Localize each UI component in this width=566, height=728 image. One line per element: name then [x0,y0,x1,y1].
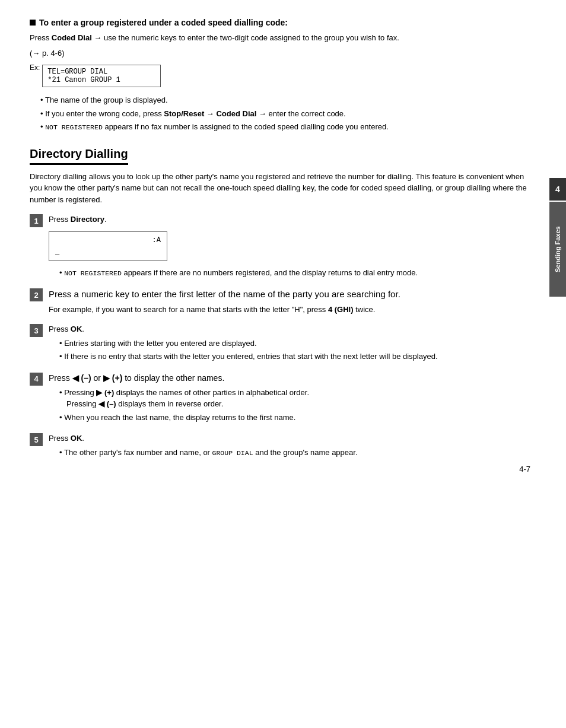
step-number-2: 2 [30,288,43,301]
page-number: 4-7 [519,465,530,473]
bullet-item: NOT REGISTERED appears if there are no n… [59,267,530,279]
step-number-1: 1 [30,214,43,227]
subsection-title: To enter a group registered under a code… [39,18,288,27]
ok-bold-5: OK [71,434,82,443]
step-3-bullets: Entries starting with the letter you ent… [59,338,530,363]
example-row: Ex: TEL=GROUP DIAL *21 Canon GROUP 1 [30,62,530,90]
bullet-item: Entries starting with the letter you ent… [59,338,530,349]
step-5-bullets: The other party's fax number and name, o… [59,447,530,459]
bullet-item: The name of the group is displayed. [40,94,530,106]
side-tab-label: Sending Faxes [549,202,566,297]
step-3-content: Press OK. Entries starting with the lett… [49,323,530,366]
stop-reset-bold: Stop/Reset [164,109,204,118]
pressing-left: Pressing ◀ (–) displays them in reverse … [66,399,223,408]
bullet-item: When you reach the last name, the displa… [59,412,530,424]
left-arrow-bold: ◀ (–) [72,373,91,383]
step-number-3: 3 [30,324,43,337]
lcd-line1: :A [55,235,161,246]
4ghi-bold: 4 (GHI) [328,305,354,314]
coded-dial-bold2: Coded Dial [216,109,256,118]
step-2-instruction: Press a numeric key to enter the first l… [49,288,530,301]
display-line1: TEL=GROUP DIAL [47,68,155,76]
black-square-icon [30,20,36,26]
step-2: 2 Press a numeric key to enter the first… [30,288,530,317]
directory-description: Directory dialling allows you to look up… [30,171,530,206]
step-1-instruction: Press Directory. [49,214,530,225]
header-bullets: The name of the group is displayed. If y… [40,94,530,133]
step-3-instruction: Press OK. [49,323,530,335]
display-box: TEL=GROUP DIAL *21 Canon GROUP 1 [42,65,161,87]
step-3: 3 Press OK. Entries starting with the le… [30,323,530,366]
step-5: 5 Press OK. The other party's fax number… [30,433,530,462]
intro-paragraph: Press Coded Dial → use the numeric keys … [30,32,530,44]
ref-text: (→ p. 4-6) [30,47,530,59]
lcd-line2: _ [55,246,161,257]
intro-arrow: → use the numeric keys to enter the two-… [92,33,399,42]
step-5-instruction: Press OK. [49,433,530,444]
step-2-sub: For example, if you want to search for a… [49,304,530,316]
bullet-item: If there is no entry that starts with th… [59,351,530,363]
right-arrow-bold: ▶ (+) [103,373,122,383]
step-number-4: 4 [30,373,43,386]
bullet-item: The other party's fax number and name, o… [59,447,530,459]
step-1-content: Press Directory. :A _ NOT REGISTERED app… [49,214,530,282]
bullet-item: If you enter the wrong code, press Stop/… [40,108,530,120]
step-4-bullets: Pressing ▶ (+) displays the names of oth… [59,387,530,424]
pressing-right: Pressing ▶ (+) displays the names of oth… [64,388,309,397]
subsection-header: To enter a group registered under a code… [30,18,530,27]
coded-dial-bold: Coded Dial [52,33,92,42]
ok-bold-3: OK [71,325,82,333]
step-4: 4 Press ◀ (–) or ▶ (+) to display the ot… [30,372,530,427]
step-1-lcd: :A _ [49,231,167,261]
main-section-title: Directory Dialling [30,147,128,165]
step-2-content: Press a numeric key to enter the first l… [49,288,530,317]
step-4-content: Press ◀ (–) or ▶ (+) to display the othe… [49,372,530,427]
side-tab-number: 4 [549,178,566,201]
directory-bold: Directory [71,215,104,224]
step-5-content: Press OK. The other party's fax number a… [49,433,530,462]
step-number-5: 5 [30,433,43,446]
step-1-bullets: NOT REGISTERED appears if there are no n… [59,267,530,279]
bullet-item: NOT REGISTERED appears if no fax number … [40,121,530,133]
step-4-instruction: Press ◀ (–) or ▶ (+) to display the othe… [49,372,530,384]
page: To enter a group registered under a code… [0,0,566,485]
intro-text: Press [30,33,52,42]
display-line2: *21 Canon GROUP 1 [47,76,155,84]
bullet-item: Pressing ▶ (+) displays the names of oth… [59,387,530,410]
step-1: 1 Press Directory. :A _ NOT REGISTERED a… [30,214,530,282]
ex-label: Ex: [30,63,40,72]
